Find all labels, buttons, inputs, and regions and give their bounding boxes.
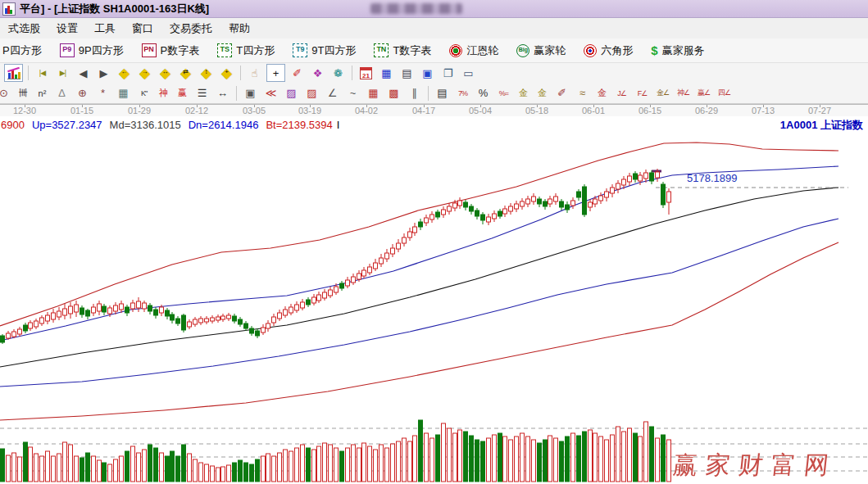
wave-tool-icon[interactable]: ~	[344, 85, 361, 102]
hand-tool[interactable]: ☝	[246, 65, 263, 81]
zoom-out-h-button[interactable]: ◆↔	[157, 65, 174, 81]
calculator-icon[interactable]: ▦	[378, 65, 395, 81]
band-value-3: Dn=2614.1946	[189, 119, 259, 131]
date-label-06-01: 06-01	[582, 106, 605, 115]
zoom-in-h-button[interactable]: ◆⇄	[177, 65, 194, 81]
pin-tool[interactable]: ✐	[289, 65, 306, 81]
price-scale-icon[interactable]: ▤	[434, 85, 451, 102]
gann-square-purple-icon[interactable]: ▨	[283, 85, 300, 102]
menu-item-1[interactable]: 设置	[48, 19, 86, 38]
dragon-tool[interactable]: ❁	[329, 65, 347, 81]
compass-cut-icon[interactable]: ⊙	[0, 85, 12, 102]
f-angle-icon[interactable]: F∠	[634, 85, 651, 102]
last-bar-button[interactable]: ▶|	[54, 65, 71, 81]
menu-item-3[interactable]: 窗口	[124, 19, 161, 38]
box-tool-icon[interactable]: ▣	[242, 85, 259, 102]
grid-red-icon[interactable]: ▦	[365, 85, 382, 102]
kline-chart-svg	[0, 116, 868, 484]
band-value-2: Md=3136.1015	[110, 119, 181, 131]
angle-fan-icon[interactable]: ∠	[324, 85, 341, 102]
grid-star-icon[interactable]: ▦	[115, 85, 132, 102]
first-bar-button[interactable]: |◀	[34, 65, 51, 81]
copy-web-icon[interactable]: ❐	[439, 65, 457, 81]
parallel-lines-icon[interactable]: ∥	[406, 85, 423, 102]
gold-circle-icon[interactable]: 金	[516, 85, 531, 102]
kline-chart-tool[interactable]	[4, 64, 23, 82]
notes-icon[interactable]: ▤	[398, 65, 416, 81]
zoom-out-all-button[interactable]: ◆↕	[198, 65, 215, 81]
p-number-table-icon: PN	[142, 43, 157, 57]
gann-wheel-icon	[449, 44, 462, 57]
winner-wheel-button[interactable]: Big赢家轮	[516, 43, 566, 58]
ying-tool-icon[interactable]: 赢	[175, 85, 190, 102]
band-value-1: Up=3527.2347	[32, 119, 102, 131]
date-label-03-05: 03-05	[243, 106, 266, 115]
date-label-07-13: 07-13	[752, 106, 775, 115]
ninep-square-button[interactable]: P99P四方形	[60, 43, 124, 58]
shift-right-button[interactable]: ◆→	[136, 65, 153, 81]
menu-item-4[interactable]: 交易委托	[161, 19, 220, 38]
date-label-01-29: 01-29	[128, 106, 151, 115]
menu-item-0[interactable]: 式选股	[0, 19, 48, 38]
print-truck-icon[interactable]: ▭	[460, 65, 477, 81]
k-notation-icon[interactable]: K"	[135, 85, 152, 102]
ninep-square-icon: P9	[60, 43, 75, 57]
grid-red2-icon[interactable]: ▩	[385, 85, 402, 102]
prev-bar-button[interactable]: ◀	[75, 65, 92, 81]
marked-high-label: 5178.1899	[687, 172, 737, 184]
kline-chart-area[interactable]: 6900Up=3527.2347Md=3136.1015Dn=2614.1946…	[0, 116, 868, 484]
date-label-05-18: 05-18	[525, 106, 548, 115]
gold-angle-icon[interactable]: 金∠	[654, 85, 671, 102]
save-icon[interactable]: ▣	[419, 65, 436, 81]
t-number-table-button[interactable]: TNT数字表	[374, 43, 431, 58]
hexagon-icon	[584, 44, 597, 57]
gold-lines-icon[interactable]: 金	[534, 85, 550, 102]
fan-lines-icon[interactable]: ≪	[262, 85, 279, 102]
gann-wheel-label: 江恩轮	[466, 43, 498, 58]
n-square-icon[interactable]: n²	[34, 85, 50, 102]
winner-wheel-icon: Big	[516, 44, 529, 57]
stamp-tool[interactable]: ❖	[309, 65, 326, 81]
p-number-table-button[interactable]: PNP数字表	[142, 43, 200, 58]
ninet-square-button[interactable]: T99T四方形	[293, 43, 356, 58]
percent-icon[interactable]: %	[475, 85, 492, 102]
shen-tool-icon[interactable]: 神	[156, 85, 171, 102]
grid-count-icon[interactable]: 卌	[16, 85, 31, 102]
gann-compass-icon[interactable]: ⊕	[74, 85, 91, 102]
percent-strike-icon[interactable]: 7%	[454, 85, 471, 102]
menu-item-5[interactable]: 帮助	[220, 19, 258, 38]
shift-left-button[interactable]: ◆←	[116, 65, 133, 81]
t-number-table-icon: TN	[374, 43, 389, 57]
star-lines-icon[interactable]: *	[94, 85, 111, 102]
j-angle-icon[interactable]: J∠	[613, 85, 630, 102]
crosshair-tool[interactable]: +	[266, 64, 285, 82]
si-angle-icon[interactable]: 四∠	[716, 85, 733, 102]
t-number-table-label: T数字表	[393, 43, 431, 58]
p-square-button[interactable]: P四方形	[2, 43, 42, 58]
gann-square-red-icon[interactable]: ▨	[303, 85, 320, 102]
date-label-04-02: 04-02	[355, 106, 378, 115]
winner-service-button[interactable]: $赢家服务	[651, 43, 704, 58]
gold-underline-icon[interactable]: 金	[594, 85, 610, 102]
ninet-square-label: 9T四方形	[311, 43, 356, 58]
hexagon-button[interactable]: 六角形	[584, 43, 633, 58]
title-bar[interactable]: 平台] - [上证指数 SH1A0001-163日K线]	[0, 0, 868, 18]
calendar-icon[interactable]: 21	[357, 65, 375, 81]
winner-wheel-label: 赢家轮	[534, 43, 566, 58]
width-measure-icon[interactable]: ↔	[214, 85, 231, 102]
gann-wheel-button[interactable]: 江恩轮	[449, 43, 498, 58]
redacted-title-text	[370, 3, 462, 14]
ying-angle-icon[interactable]: 赢∠	[695, 85, 712, 102]
shen-angle-icon[interactable]: 神∠	[675, 85, 692, 102]
abacus-icon[interactable]: ☰	[193, 85, 211, 102]
drawing-toolbar: ⊙卌n²∆⊕*▦K"神赢☰↔▣≪▨▨∠~▦▩∥▤7%%%=金金✐≈金J∠F∠金∠…	[0, 83, 868, 104]
percent-lines-icon[interactable]: %=	[495, 85, 512, 102]
t-square-button[interactable]: TST四方形	[217, 43, 275, 58]
next-bar-button[interactable]: ▶	[95, 65, 112, 81]
band-value-4: Bt=2139.5394	[266, 119, 332, 131]
zoom-in-all-button[interactable]: ◆+	[218, 65, 235, 81]
angle-measure-icon[interactable]: ∆	[53, 85, 70, 102]
menu-item-2[interactable]: 工具	[86, 19, 124, 38]
brush-icon[interactable]: ✐	[553, 85, 570, 102]
wave-gold-icon[interactable]: ≈	[574, 85, 591, 102]
